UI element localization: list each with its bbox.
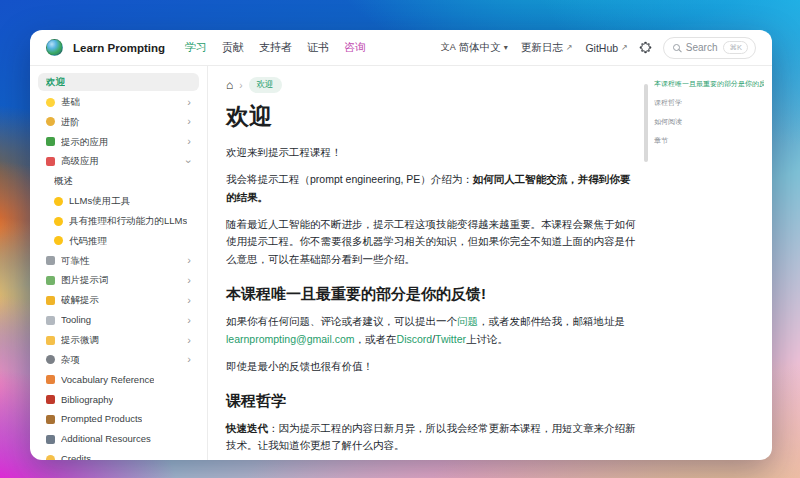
globe-icon <box>46 355 55 364</box>
nav-link-0[interactable]: 学习 <box>185 40 207 55</box>
sidebar-item[interactable]: 代码推理 <box>38 232 199 250</box>
inline-link[interactable]: 问题 <box>457 315 478 327</box>
medal-icon <box>46 117 55 126</box>
external-link-icon: ↗ <box>566 43 573 52</box>
toc-link[interactable]: 本课程唯一且最重要的部分是你的反馈! <box>654 79 764 89</box>
chevron-icon: › <box>187 97 191 108</box>
brand-title[interactable]: Learn Prompting <box>73 42 165 54</box>
package-icon <box>46 415 55 424</box>
sidebar-item[interactable]: Additional Resources <box>38 430 199 448</box>
chevron-icon: › <box>187 136 191 147</box>
chevron-icon: › <box>187 315 191 326</box>
top-navbar: Learn Prompting 学习贡献支持者证书咨询 文A 简体中文 ▾ 更新… <box>30 30 772 66</box>
yellow-circle-icon <box>54 197 63 206</box>
learn-prompting-logo[interactable] <box>46 39 63 56</box>
chevron-icon: › <box>184 160 195 164</box>
nav-links: 学习贡献支持者证书咨询 <box>185 40 366 55</box>
sidebar-item[interactable]: 高级应用› <box>38 152 199 170</box>
github-link[interactable]: GitHub ↗ <box>585 42 627 54</box>
theme-toggle-sun-icon[interactable] <box>641 43 650 52</box>
toc-list: 本课程唯一且最重要的部分是你的反馈!课程哲学如何阅读章节 <box>654 79 764 146</box>
sidebar-item-label: Credits <box>61 453 91 460</box>
text-run: 如果你有任何问题、评论或者建议，可以提出一个 <box>226 315 457 327</box>
language-label: 简体中文 <box>459 41 501 55</box>
search-button[interactable]: Search ⌘K <box>663 37 756 59</box>
text-run: ，或者在 <box>355 333 397 345</box>
sidebar-item[interactable]: 进阶› <box>38 113 199 131</box>
sidebar-item-label: Additional Resources <box>61 433 151 445</box>
breadcrumb: ⌂ › 欢迎 <box>226 77 638 93</box>
resources-icon <box>46 435 55 444</box>
sidebar-item[interactable]: 破解提示› <box>38 291 199 309</box>
sidebar-item[interactable]: 欢迎 <box>38 73 199 91</box>
sidebar-item[interactable]: Bibliography <box>38 391 199 409</box>
chevron-down-icon: ▾ <box>504 43 508 52</box>
section-heading: 课程哲学 <box>226 392 638 411</box>
sidebar-item[interactable]: 提示的应用› <box>38 133 199 151</box>
balance-scale-icon <box>46 256 55 265</box>
sidebar-item-label: 提示的应用 <box>61 136 109 148</box>
chevron-icon: › <box>187 116 191 127</box>
table-of-contents: 本课程唯一且最重要的部分是你的反馈!课程哲学如何阅读章节 <box>652 66 772 460</box>
sidebar-item[interactable]: Tooling› <box>38 311 199 329</box>
home-icon[interactable]: ⌂ <box>226 79 233 91</box>
toc-item: 课程哲学 <box>654 98 764 108</box>
level-icon <box>46 336 55 345</box>
search-icon <box>673 44 680 51</box>
toc-link[interactable]: 课程哲学 <box>654 98 764 108</box>
chevron-icon: › <box>187 335 191 346</box>
sidebar-item[interactable]: 概述 <box>38 172 199 190</box>
toc-link[interactable]: 章节 <box>654 136 764 146</box>
sidebar-item-label: 高级应用 <box>61 155 99 167</box>
sidebar-item-label: 提示微调 <box>61 334 99 346</box>
paragraph: 欢迎来到提示工程课程！ <box>226 144 638 162</box>
text-run: 欢迎来到提示工程课程！ <box>226 146 342 158</box>
sidebar-item[interactable]: 杂项› <box>38 351 199 369</box>
nav-link-1[interactable]: 贡献 <box>222 40 244 55</box>
sidebar-item[interactable]: 提示微调› <box>38 331 199 349</box>
nav-link-3[interactable]: 证书 <box>307 40 329 55</box>
sidebar-item-label: 代码推理 <box>69 235 107 247</box>
page-layout: 欢迎基础›进阶›提示的应用›高级应用›概述LLMs使用工具具有推理和行动能力的L… <box>30 66 772 460</box>
smiley-icon <box>46 98 55 107</box>
sidebar-item[interactable]: 具有推理和行动能力的LLMs <box>38 212 199 230</box>
inline-link[interactable]: learnprompting@gmail.com <box>226 333 355 345</box>
text-run: ：因为提示工程的内容日新月异，所以我会经常更新本课程，用短文章来介绍新技术。让我… <box>226 422 636 452</box>
sidebar-item[interactable]: 基础› <box>38 93 199 111</box>
language-switcher[interactable]: 文A 简体中文 ▾ <box>441 41 508 55</box>
sidebar-item[interactable]: 图片提示词› <box>38 271 199 289</box>
chevron-icon: › <box>187 295 191 306</box>
toc-link[interactable]: 如何阅读 <box>654 117 764 127</box>
inline-link[interactable]: Discord <box>397 333 433 345</box>
text-run: 即使是最小的反馈也很有价值！ <box>226 360 373 372</box>
scrollbar-thumb[interactable] <box>644 84 648 162</box>
orange-book-icon <box>46 375 55 384</box>
sidebar-item[interactable]: Vocabulary Reference <box>38 371 199 389</box>
chevron-icon: › <box>187 275 191 286</box>
pencil-icon <box>46 137 55 146</box>
sidebar-item[interactable]: Prompted Products <box>38 410 199 428</box>
sidebar-item-label: Tooling <box>61 314 91 326</box>
external-link-icon: ↗ <box>621 43 628 52</box>
sidebar-item-label: 欢迎 <box>46 76 65 88</box>
sparkles-icon <box>46 455 55 460</box>
rocket-icon <box>46 157 55 166</box>
sidebar-item[interactable]: Credits <box>38 450 199 460</box>
sidebar-item[interactable]: LLMs使用工具 <box>38 192 199 210</box>
changelog-link[interactable]: 更新日志 ↗ <box>521 41 573 55</box>
chevron-icon: › <box>187 354 191 365</box>
sidebar: 欢迎基础›进阶›提示的应用›高级应用›概述LLMs使用工具具有推理和行动能力的L… <box>30 66 208 460</box>
inline-link[interactable]: Twitter <box>435 333 466 345</box>
text-run: 上讨论。 <box>466 333 508 345</box>
yellow-circle-icon <box>54 236 63 245</box>
sidebar-item-label: 概述 <box>54 175 73 187</box>
wrench-icon <box>46 316 55 325</box>
nav-link-4[interactable]: 咨询 <box>344 40 366 55</box>
search-placeholder: Search <box>686 42 718 53</box>
sidebar-item[interactable]: 可靠性› <box>38 252 199 270</box>
sidebar-item-label: 基础 <box>61 96 80 108</box>
nav-link-2[interactable]: 支持者 <box>259 40 292 55</box>
breadcrumb-current[interactable]: 欢迎 <box>249 77 282 93</box>
github-label: GitHub <box>585 42 618 54</box>
translate-icon: 文A <box>441 41 456 54</box>
